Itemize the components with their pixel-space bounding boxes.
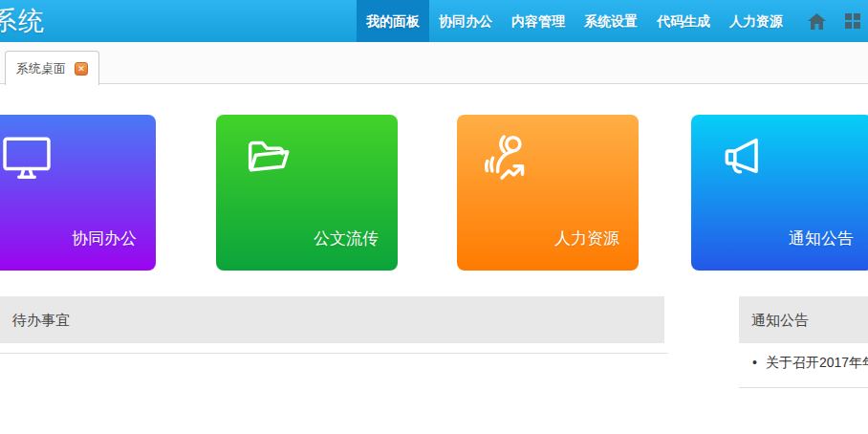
notice-panel-title: 通知公告 bbox=[751, 296, 809, 343]
bullet-icon: • bbox=[752, 353, 757, 372]
tile-label: 协同办公 bbox=[72, 228, 137, 250]
tile-collaboration[interactable]: 协同办公 bbox=[0, 115, 156, 271]
nav-item-collaboration[interactable]: 协同办公 bbox=[429, 0, 502, 42]
tab-close-icon[interactable]: ✕ bbox=[75, 62, 88, 76]
notice-panel-header: 通知公告 bbox=[739, 296, 868, 343]
tile-label: 通知公告 bbox=[789, 228, 854, 250]
todo-panel-title: 待办事宜 bbox=[12, 296, 70, 343]
grid-icon[interactable] bbox=[845, 13, 860, 29]
notice-panel-divider bbox=[739, 387, 868, 388]
tile-label: 人力资源 bbox=[554, 228, 619, 250]
app-title: 系统 bbox=[0, 0, 45, 42]
nav-item-my-dashboard[interactable]: 我的面板 bbox=[357, 0, 429, 42]
nav-item-content-mgmt[interactable]: 内容管理 bbox=[502, 0, 575, 42]
desktop-page: 系统 我的面板 协同办公 内容管理 系统设置 代码生成 人力资源 系统桌面 ✕ bbox=[0, 0, 868, 434]
notice-item-text: 关于召开2017年年 bbox=[766, 353, 868, 372]
todo-panel-divider bbox=[0, 353, 668, 354]
main-nav: 我的面板 协同办公 内容管理 系统设置 代码生成 人力资源 bbox=[357, 0, 860, 42]
top-bar: 系统 我的面板 协同办公 内容管理 系统设置 代码生成 人力资源 bbox=[0, 0, 868, 43]
nav-item-system-settings[interactable]: 系统设置 bbox=[575, 0, 647, 42]
todo-panel-header: 待办事宜 bbox=[0, 296, 664, 343]
tab-bar: 系统桌面 ✕ bbox=[0, 42, 868, 84]
tile-document-flow[interactable]: 公文流传 bbox=[216, 115, 398, 271]
notice-list-item[interactable]: • 关于召开2017年年 bbox=[752, 353, 868, 372]
home-icon[interactable] bbox=[808, 13, 826, 30]
tile-notice[interactable]: 通知公告 bbox=[691, 115, 868, 271]
tab-label: 系统桌面 bbox=[16, 60, 66, 77]
tab-system-desktop[interactable]: 系统桌面 ✕ bbox=[5, 51, 99, 85]
tile-label: 公文流传 bbox=[314, 228, 379, 250]
tile-hr[interactable]: 人力资源 bbox=[457, 115, 639, 271]
nav-item-code-gen[interactable]: 代码生成 bbox=[647, 0, 720, 42]
nav-item-hr[interactable]: 人力资源 bbox=[720, 0, 792, 42]
